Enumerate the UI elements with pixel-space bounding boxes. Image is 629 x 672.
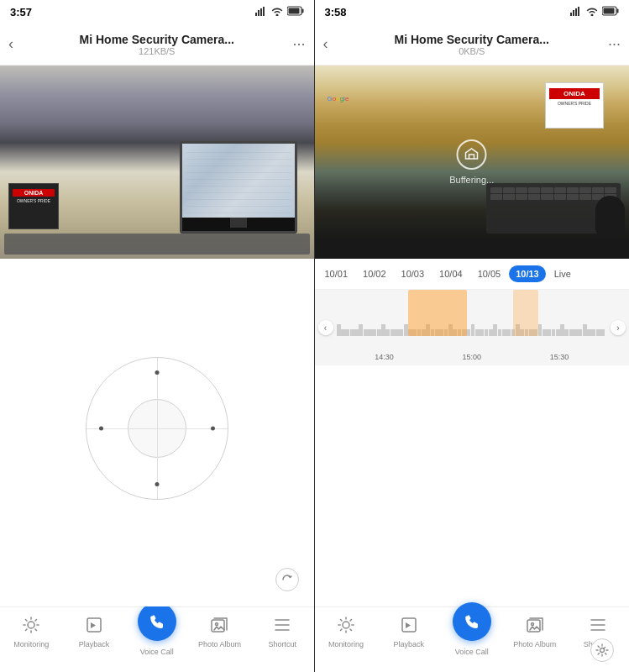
right-wifi-icon — [586, 7, 598, 18]
voice-call-circle-left[interactable] — [138, 602, 176, 641]
timeline-container[interactable]: ‹ 14:30 15:00 15:30 › — [315, 290, 630, 365]
battery-icon — [287, 6, 304, 18]
svg-line-38 — [340, 629, 342, 631]
google-assistant-text: Google — [328, 95, 349, 102]
ptz-down-dot[interactable] — [155, 482, 159, 486]
right-time: 3:58 — [325, 6, 347, 18]
svg-rect-27 — [617, 9, 619, 13]
date-tab-live[interactable]: Live — [548, 265, 578, 282]
svg-line-36 — [350, 629, 352, 631]
monitor-screen — [182, 144, 295, 218]
svg-rect-23 — [573, 10, 574, 16]
shortcut-label-left: Shortcut — [268, 640, 296, 648]
left-more-button[interactable]: ··· — [282, 35, 306, 53]
date-tab-1002[interactable]: 10/02 — [356, 265, 393, 282]
date-tab-1003[interactable]: 10/03 — [395, 265, 432, 282]
tick — [480, 329, 484, 336]
tab-playback-left[interactable]: Playback — [63, 614, 126, 648]
svg-line-13 — [35, 629, 37, 631]
tick — [502, 329, 506, 336]
svg-line-37 — [350, 620, 352, 622]
date-tab-1013[interactable]: 10/13 — [509, 265, 546, 282]
ptz-right-dot[interactable] — [211, 427, 215, 431]
left-back-button[interactable]: ‹ — [8, 35, 32, 53]
svg-rect-5 — [301, 9, 303, 13]
rotate-button[interactable] — [275, 568, 299, 591]
date-tab-1001[interactable]: 10/01 — [318, 265, 355, 282]
playback-icon-left — [85, 616, 103, 637]
ptz-outer-ring[interactable] — [86, 357, 228, 500]
left-title: Mi Home Security Camera... — [32, 33, 282, 46]
right-mouse — [595, 196, 625, 238]
key — [528, 187, 540, 193]
monitoring-icon-left — [22, 616, 40, 637]
voice-call-circle-right[interactable] — [453, 602, 491, 641]
left-keyboard — [4, 234, 310, 255]
date-tab-1005[interactable]: 10/05 — [471, 265, 508, 282]
key — [516, 194, 527, 200]
tick — [564, 329, 569, 336]
svg-line-35 — [340, 620, 342, 622]
buffering-text: Buffering... — [449, 175, 494, 185]
right-more-button[interactable]: ··· — [597, 35, 621, 53]
buffering-overlay: Buffering... — [449, 139, 494, 185]
ptz-left-dot[interactable] — [99, 427, 103, 431]
tick — [350, 329, 354, 336]
svg-rect-2 — [260, 8, 262, 16]
tick — [560, 324, 564, 336]
key — [567, 187, 579, 193]
tab-playback-right[interactable]: Playback — [377, 614, 440, 648]
right-camera-view: ONIDA OWNER'S PRIDE Google — [315, 66, 630, 259]
key — [605, 187, 616, 193]
key — [579, 194, 591, 200]
tab-voice-call-right[interactable]: Voice Call — [440, 614, 503, 656]
tick — [569, 329, 574, 336]
svg-rect-40 — [527, 620, 540, 632]
timeline-next-button[interactable]: › — [611, 320, 626, 335]
svg-rect-22 — [570, 13, 572, 16]
tick — [506, 329, 511, 336]
right-onida-label: ONIDA — [549, 88, 600, 99]
svg-rect-1 — [258, 10, 259, 16]
right-panel: 3:58 ‹ Mi Home Security Camera... 0KB/S … — [315, 0, 630, 672]
tab-shortcut-left[interactable]: Shortcut — [251, 614, 314, 648]
right-back-button[interactable]: ‹ — [323, 35, 347, 53]
date-tabs: 10/01 10/02 10/03 10/04 10/05 10/13 Live — [315, 259, 630, 290]
tick — [587, 329, 591, 336]
tick — [498, 329, 502, 336]
right-header: ‹ Mi Home Security Camera... 0KB/S ··· — [315, 24, 630, 66]
key — [541, 187, 553, 193]
tab-monitoring-left[interactable]: Monitoring — [0, 614, 63, 648]
photo-album-icon-left — [210, 616, 228, 637]
ptz-up-dot[interactable] — [155, 370, 159, 375]
tick — [341, 329, 345, 336]
tab-photo-album-right[interactable]: Photo Album — [503, 614, 566, 648]
right-battery-icon — [602, 6, 619, 18]
svg-point-30 — [343, 622, 349, 628]
tab-monitoring-right[interactable]: Monitoring — [315, 614, 378, 648]
tab-voice-call-left[interactable]: Voice Call — [125, 614, 188, 656]
monitoring-label-left: Monitoring — [13, 640, 49, 648]
key — [490, 187, 502, 193]
tick — [591, 329, 595, 336]
right-onida-box: ONIDA OWNER'S PRIDE — [545, 82, 604, 129]
tick — [345, 329, 349, 336]
voice-call-label-right: Voice Call — [455, 648, 489, 656]
shortcut-icon-left — [273, 616, 291, 637]
settings-button[interactable] — [590, 638, 614, 662]
svg-rect-24 — [575, 8, 577, 16]
timeline-section: 10/01 10/02 10/03 10/04 10/05 10/13 Live… — [315, 259, 630, 606]
tick — [471, 324, 475, 336]
date-tab-1004[interactable]: 10/04 — [432, 265, 469, 282]
key — [503, 187, 515, 193]
key — [592, 187, 604, 193]
svg-rect-17 — [212, 620, 224, 632]
tick — [354, 329, 359, 336]
left-onida-sub: OWNER'S PRIDE — [9, 198, 58, 203]
timeline-prev-button[interactable]: ‹ — [318, 320, 333, 335]
key — [490, 194, 502, 200]
left-ptz-section — [0, 259, 314, 606]
timeline-recording-1 — [408, 290, 467, 336]
tab-photo-album-left[interactable]: Photo Album — [188, 614, 251, 648]
left-tab-bar: Monitoring Playback Voice Call — [0, 606, 314, 672]
